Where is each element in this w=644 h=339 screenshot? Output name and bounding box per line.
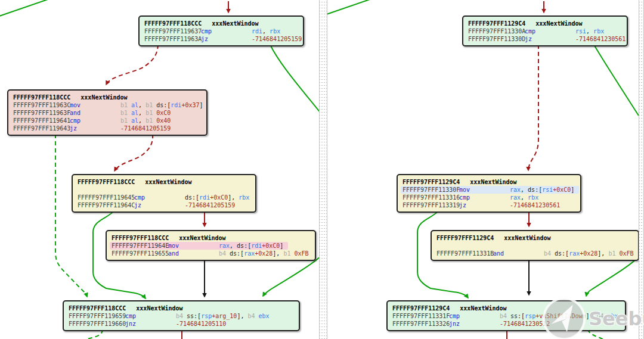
asm-row[interactable]: FFFFF97FFF119637cmprdi, rbx: [144, 27, 298, 35]
operands: rdi, rbx: [252, 28, 280, 35]
function-name: xxxNextWindow: [535, 20, 582, 27]
operand-reg: rsp: [201, 313, 212, 319]
asm-row[interactable]: FFFFF97FFF113316cmprax, rbx: [402, 194, 575, 201]
operand-gray: b4: [544, 250, 555, 257]
operand-num: 0x40: [156, 117, 171, 124]
asm-row[interactable]: FFFFF97FFF119641cmpb1 al, b1 0x40: [13, 117, 202, 125]
asm-row[interactable]: FFFFF97FFF11330Acmprsi, rbx: [468, 27, 622, 35]
asm-row[interactable]: FFFFF97FFF11964Emovrax, ds:[rdi+0xC0]: [110, 242, 288, 250]
operands: b4 ds:[rax+0x28], b1 0xFB: [219, 250, 309, 257]
basic-block-l4[interactable]: FFFFF97FFF118CCCxxxNextWindowFFFFF97FFF1…: [106, 230, 316, 261]
asm-row[interactable]: FFFFF97FFF11330Fmovrax, ds:[rsi+0xC0]: [401, 186, 579, 194]
basic-block-r1[interactable]: FFFFF97FFF1129C4xxxNextWindowFFFFF97FFF1…: [462, 15, 628, 46]
asm-row[interactable]: FFFFF97FFF11331Bandb4 ds:[rax+0x28], b1 …: [436, 250, 633, 257]
operand-num: -7146841205159: [252, 36, 302, 42]
block-address: FFFFF97FFF1129C4: [402, 179, 460, 185]
asm-row[interactable]: FFFFF97FFF113319jz-7146841230561: [402, 201, 575, 209]
edge-offscreen-top-left-right-panel: [320, 0, 373, 17]
asm-row[interactable]: FFFFF97FFF11331Fcmpb4 ss:[rsp+vkShiftIsD…: [392, 312, 620, 320]
asm-row[interactable]: FFFFF97FFF11963Ajz-7146841205159: [144, 35, 298, 43]
operand-gray: b4: [500, 313, 510, 319]
operand-plain: ],: [597, 250, 608, 257]
right-scrollbar[interactable]: [639, 0, 644, 339]
operand-plain: ,: [521, 194, 528, 201]
operand-reg: al: [131, 110, 138, 116]
asm-row[interactable]: FFFFF97FFF11330Djz-7146841230561: [468, 35, 622, 43]
edge-r1-to-offscreen-right: [594, 45, 639, 116]
operand-gray: b1: [145, 102, 156, 108]
block-address: FFFFF97FFF118CCC: [144, 20, 202, 27]
basic-block-l5[interactable]: FFFFF97FFF118CCCxxxNextWindowFFFFF97FFF1…: [63, 300, 300, 331]
asm-row[interactable]: FFFFF97FFF119643jz-7146841205159: [13, 125, 202, 132]
operand-reg: rsi: [575, 28, 586, 35]
asm-row[interactable]: FFFFF97FFF119659cmpb4 ss:[rsp+arg_10], b…: [69, 312, 294, 320]
function-name: xxxNextWindow: [145, 179, 191, 185]
panel-divider-scrollbar[interactable]: [319, 0, 327, 339]
operands: b1 al, b1 0x40: [120, 117, 171, 124]
block-header: FFFFF97FFF1129C4xxxNextWindow: [436, 234, 633, 242]
edge-l1-to-l2: [106, 45, 158, 85]
operands: -7146841205110: [176, 321, 226, 327]
block-address: FFFFF97FFF118CCC: [13, 94, 70, 101]
operands: ds:[rdi+0xC0], rbx: [185, 194, 249, 201]
mnemonic: cmp: [449, 312, 500, 320]
block-header: FFFFF97FFF118CCCxxxNextWindow: [78, 178, 250, 186]
asm-row[interactable]: FFFFF97FFF119660jnz-7146841205110: [69, 320, 294, 328]
operands: b4 ds:[rax+0x28], b1 0xFB: [544, 250, 634, 257]
function-name: xxxNextWindow: [460, 305, 506, 312]
operand-plain: ds:[: [230, 250, 244, 257]
operand-reg: ebx: [259, 313, 270, 319]
mnemonic: cmp: [525, 27, 575, 35]
asm-row[interactable]: FFFFF97FFF11963Cmovb1 al, b1 ds:[rdi+0x3…: [13, 101, 202, 109]
asm-row[interactable]: FFFFF97FFF11963Fandb1 al, b1 0xC0: [13, 109, 202, 117]
operand-num: +0xC0: [210, 194, 228, 201]
basic-block-r4[interactable]: FFFFF97FFF1129C4xxxNextWindowFFFFF97FFF1…: [386, 300, 626, 331]
operand-plain: ds:[: [185, 194, 199, 201]
operand-reg: rax: [510, 194, 521, 201]
asm-row[interactable]: FFFFF97FFF11964Cjz-7146841205159: [78, 201, 250, 209]
operand-reg: al: [131, 102, 138, 108]
operand-num: +0xC0: [553, 186, 571, 193]
operand-reg: rdi: [251, 242, 262, 249]
edge-l1-to-offscreen-right: [270, 45, 321, 113]
edge-l2-to-l5: [55, 134, 87, 297]
operand-plain: ,: [138, 102, 145, 108]
edge-offscreen-right-to-l5: [263, 256, 321, 296]
basic-block-r2[interactable]: FFFFF97FFF1129C4xxxNextWindowFFFFF97FFF1…: [397, 174, 581, 213]
operands: -7146841230512: [500, 321, 550, 327]
mnemonic: jz: [459, 201, 510, 209]
instruction-address: FFFFF97FFF11330A: [468, 27, 525, 35]
operand-plain: ]: [280, 242, 283, 249]
mnemonic: cmp: [125, 312, 176, 320]
basic-block-l2[interactable]: FFFFF97FFF118CCCxxxNextWindowFFFFF97FFF1…: [7, 89, 208, 136]
operand-reg: rdi: [171, 102, 181, 108]
block-header: FFFFF97FFF1129C4xxxNextWindow: [402, 178, 575, 186]
asm-row[interactable]: FFFFF97FFF119655andb4 ds:[rax+0x28], b1 …: [112, 250, 310, 257]
mnemonic: cmp: [459, 194, 510, 201]
basic-block-r3[interactable]: FFFFF97FFF1129C4xxxNextWindowFFFFF97FFF1…: [431, 230, 639, 261]
basic-block-l1[interactable]: FFFFF97FFF118CCCxxxNextWindowFFFFF97FFF1…: [138, 15, 304, 46]
basic-block-l3[interactable]: FFFFF97FFF118CCCxxxNextWindowFFFFF97FFF1…: [72, 174, 256, 213]
mnemonic: jz: [201, 35, 252, 43]
asm-row[interactable]: FFFFF97FFF119645cmpds:[rdi+0xC0], rbx: [78, 194, 250, 201]
operand-plain: , ds:[: [230, 242, 251, 249]
instruction-address: FFFFF97FFF119659: [69, 312, 125, 320]
asm-row[interactable]: FFFFF97FFF113326jnz-7146841230512: [392, 320, 620, 328]
operand-reg: rax: [510, 186, 521, 193]
function-name: xxxNextWindow: [179, 235, 225, 241]
block-address: FFFFF97FFF1129C4: [392, 305, 450, 312]
operand-num: 0xFB: [619, 250, 633, 257]
instruction-address: FFFFF97FFF119637: [144, 27, 201, 35]
operand-gray: b4: [219, 250, 230, 257]
block-address: FFFFF97FFF118CCC: [112, 235, 169, 241]
operand-reg: al: [131, 117, 138, 124]
operand-plain: ,: [262, 28, 270, 35]
function-name: xxxNextWindow: [212, 20, 258, 27]
operand-gray: b1: [120, 102, 131, 108]
edge-l2-to-l3: [114, 134, 153, 171]
operands: -7146841205159: [120, 125, 171, 132]
instruction-address: FFFFF97FFF11963C: [13, 101, 70, 109]
mnemonic: cmp: [201, 27, 252, 35]
operand-plain: ss:[: [510, 313, 525, 319]
operands: rax, ds:[rdi+0xC0]: [219, 242, 283, 249]
